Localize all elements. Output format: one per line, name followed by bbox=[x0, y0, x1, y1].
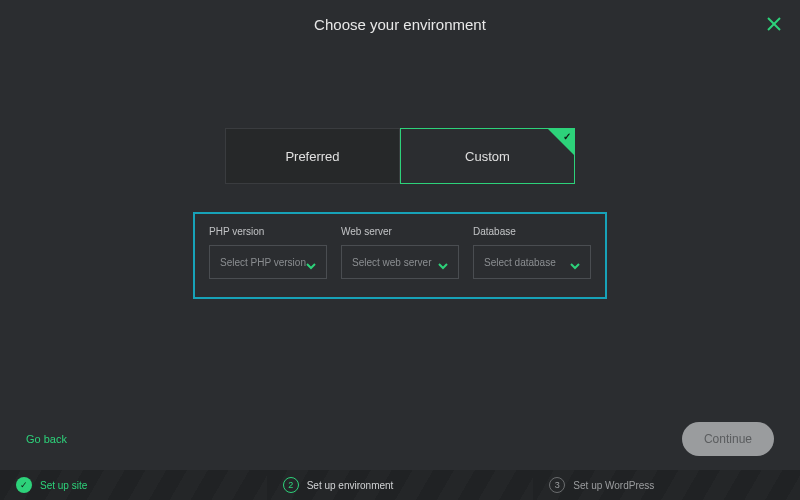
close-icon bbox=[766, 16, 782, 32]
continue-button[interactable]: Continue bbox=[682, 422, 774, 456]
tab-label: Custom bbox=[465, 149, 510, 164]
tab-custom[interactable]: Custom ✓ bbox=[400, 128, 575, 184]
database-column: Database Select database bbox=[473, 226, 591, 279]
database-label: Database bbox=[473, 226, 591, 237]
step-label: Set up WordPress bbox=[573, 480, 654, 491]
step-number-icon: 3 bbox=[549, 477, 565, 493]
progress-stepper: ✓ Set up site 2 Set up environment 3 Set… bbox=[0, 470, 800, 500]
step-label: Set up site bbox=[40, 480, 87, 491]
footer-actions: Go back Continue bbox=[0, 422, 800, 456]
chevron-down-icon bbox=[570, 257, 580, 267]
web-server-select[interactable]: Select web server bbox=[341, 245, 459, 279]
step-number-icon: 2 bbox=[283, 477, 299, 493]
step-setup-site[interactable]: ✓ Set up site bbox=[0, 470, 267, 500]
chevron-down-icon bbox=[306, 257, 316, 267]
page-title: Choose your environment bbox=[314, 16, 486, 33]
step-label: Set up environment bbox=[307, 480, 394, 491]
tab-preferred[interactable]: Preferred bbox=[225, 128, 400, 184]
close-button[interactable] bbox=[764, 14, 784, 34]
step-setup-environment[interactable]: 2 Set up environment bbox=[267, 470, 534, 500]
step-setup-wordpress[interactable]: 3 Set up WordPress bbox=[533, 470, 800, 500]
chevron-down-icon bbox=[438, 257, 448, 267]
config-panel: PHP version Select PHP version Web serve… bbox=[193, 212, 607, 299]
check-icon: ✓ bbox=[563, 131, 571, 142]
select-placeholder: Select database bbox=[484, 257, 556, 268]
database-select[interactable]: Select database bbox=[473, 245, 591, 279]
web-server-label: Web server bbox=[341, 226, 459, 237]
main-content: Preferred Custom ✓ PHP version Select PH… bbox=[0, 48, 800, 299]
web-server-column: Web server Select web server bbox=[341, 226, 459, 279]
select-placeholder: Select web server bbox=[352, 257, 431, 268]
check-icon: ✓ bbox=[16, 477, 32, 493]
environment-tabs: Preferred Custom ✓ bbox=[225, 128, 575, 184]
php-version-select[interactable]: Select PHP version bbox=[209, 245, 327, 279]
php-version-column: PHP version Select PHP version bbox=[209, 226, 327, 279]
select-placeholder: Select PHP version bbox=[220, 257, 306, 268]
tab-label: Preferred bbox=[285, 149, 339, 164]
php-version-label: PHP version bbox=[209, 226, 327, 237]
go-back-link[interactable]: Go back bbox=[26, 433, 67, 445]
titlebar: Choose your environment bbox=[0, 0, 800, 48]
